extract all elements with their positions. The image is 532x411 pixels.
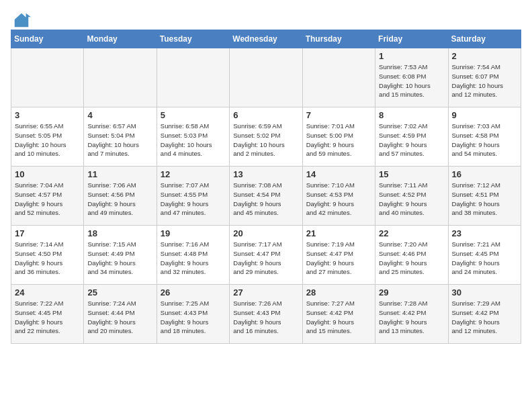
day-info: Sunrise: 7:25 AM Sunset: 4:43 PM Dayligh…: [161, 299, 226, 336]
day-info: Sunrise: 7:15 AM Sunset: 4:49 PM Dayligh…: [87, 240, 152, 277]
day-info: Sunrise: 7:01 AM Sunset: 5:00 PM Dayligh…: [306, 122, 371, 158]
day-number: 15: [379, 169, 444, 179]
calendar-cell: 27Sunrise: 7:26 AM Sunset: 4:43 PM Dayli…: [230, 285, 302, 344]
calendar-cell: [157, 48, 229, 107]
calendar-cell: 28Sunrise: 7:27 AM Sunset: 4:42 PM Dayli…: [302, 285, 375, 344]
day-number: 22: [379, 228, 444, 238]
logo-text: [11, 11, 31, 27]
calendar-cell: 7Sunrise: 7:01 AM Sunset: 5:00 PM Daylig…: [302, 107, 375, 167]
day-number: 8: [379, 110, 444, 120]
day-info: Sunrise: 7:21 AM Sunset: 4:45 PM Dayligh…: [452, 240, 517, 277]
calendar-cell: 19Sunrise: 7:16 AM Sunset: 4:48 PM Dayli…: [157, 226, 229, 285]
day-info: Sunrise: 7:12 AM Sunset: 4:51 PM Dayligh…: [452, 181, 517, 218]
calendar-cell: 23Sunrise: 7:21 AM Sunset: 4:45 PM Dayli…: [448, 226, 521, 285]
day-number: 13: [233, 169, 298, 179]
weekday-header: Tuesday: [157, 30, 229, 48]
day-info: Sunrise: 7:08 AM Sunset: 4:54 PM Dayligh…: [233, 181, 298, 218]
calendar-cell: 13Sunrise: 7:08 AM Sunset: 4:54 PM Dayli…: [230, 167, 302, 226]
calendar-cell: 2Sunrise: 7:54 AM Sunset: 6:07 PM Daylig…: [448, 48, 521, 107]
day-info: Sunrise: 7:19 AM Sunset: 4:47 PM Dayligh…: [306, 240, 371, 277]
day-info: Sunrise: 7:54 AM Sunset: 6:07 PM Dayligh…: [452, 62, 517, 99]
day-info: Sunrise: 6:59 AM Sunset: 5:02 PM Dayligh…: [233, 122, 298, 158]
day-number: 3: [15, 110, 80, 120]
day-number: 2: [452, 51, 517, 61]
calendar-cell: 29Sunrise: 7:28 AM Sunset: 4:42 PM Dayli…: [375, 285, 448, 344]
day-number: 4: [87, 110, 152, 120]
day-number: 26: [161, 287, 226, 298]
calendar-cell: 26Sunrise: 7:25 AM Sunset: 4:43 PM Dayli…: [157, 285, 229, 344]
day-info: Sunrise: 7:10 AM Sunset: 4:53 PM Dayligh…: [306, 181, 371, 218]
calendar-cell: 4Sunrise: 6:57 AM Sunset: 5:04 PM Daylig…: [84, 107, 157, 167]
calendar-cell: 18Sunrise: 7:15 AM Sunset: 4:49 PM Dayli…: [84, 226, 157, 285]
day-number: 6: [233, 110, 298, 120]
calendar-cell: [302, 48, 375, 107]
day-number: 7: [306, 110, 371, 120]
day-info: Sunrise: 7:27 AM Sunset: 4:42 PM Dayligh…: [306, 299, 371, 336]
day-number: 27: [233, 287, 298, 298]
day-info: Sunrise: 7:04 AM Sunset: 4:57 PM Dayligh…: [15, 181, 80, 218]
calendar-cell: [11, 48, 84, 107]
day-number: 12: [161, 169, 226, 179]
day-info: Sunrise: 7:53 AM Sunset: 6:08 PM Dayligh…: [379, 62, 444, 99]
logo-icon: [12, 11, 31, 30]
day-number: 9: [452, 110, 517, 120]
day-info: Sunrise: 7:24 AM Sunset: 4:44 PM Dayligh…: [87, 299, 152, 336]
day-number: 23: [452, 228, 517, 238]
weekday-header: Friday: [375, 30, 448, 48]
day-number: 17: [15, 228, 80, 238]
day-number: 14: [306, 169, 371, 179]
day-number: 5: [161, 110, 226, 120]
calendar-cell: 24Sunrise: 7:22 AM Sunset: 4:45 PM Dayli…: [11, 285, 84, 344]
day-number: 1: [379, 51, 444, 61]
calendar-cell: 16Sunrise: 7:12 AM Sunset: 4:51 PM Dayli…: [448, 167, 521, 226]
day-info: Sunrise: 7:17 AM Sunset: 4:47 PM Dayligh…: [233, 240, 298, 277]
day-info: Sunrise: 7:16 AM Sunset: 4:48 PM Dayligh…: [161, 240, 226, 277]
day-number: 30: [452, 287, 517, 298]
day-info: Sunrise: 7:20 AM Sunset: 4:46 PM Dayligh…: [379, 240, 444, 277]
calendar-cell: 3Sunrise: 6:55 AM Sunset: 5:05 PM Daylig…: [11, 107, 84, 167]
weekday-header: Saturday: [448, 30, 521, 48]
calendar-cell: [230, 48, 302, 107]
day-number: 21: [306, 228, 371, 238]
calendar-cell: 15Sunrise: 7:11 AM Sunset: 4:52 PM Dayli…: [375, 167, 448, 226]
day-info: Sunrise: 7:07 AM Sunset: 4:55 PM Dayligh…: [161, 181, 226, 218]
calendar-cell: 30Sunrise: 7:29 AM Sunset: 4:42 PM Dayli…: [448, 285, 521, 344]
calendar-cell: 12Sunrise: 7:07 AM Sunset: 4:55 PM Dayli…: [157, 167, 229, 226]
calendar-cell: 22Sunrise: 7:20 AM Sunset: 4:46 PM Dayli…: [375, 226, 448, 285]
day-number: 25: [87, 287, 152, 298]
calendar-cell: 20Sunrise: 7:17 AM Sunset: 4:47 PM Dayli…: [230, 226, 302, 285]
calendar-cell: [84, 48, 157, 107]
calendar-table: SundayMondayTuesdayWednesdayThursdayFrid…: [11, 30, 521, 344]
weekday-header: Sunday: [11, 30, 84, 48]
day-info: Sunrise: 7:28 AM Sunset: 4:42 PM Dayligh…: [379, 299, 444, 336]
day-number: 11: [87, 169, 152, 179]
weekday-header: Thursday: [302, 30, 375, 48]
calendar-cell: 21Sunrise: 7:19 AM Sunset: 4:47 PM Dayli…: [302, 226, 375, 285]
day-info: Sunrise: 7:26 AM Sunset: 4:43 PM Dayligh…: [233, 299, 298, 336]
calendar-cell: 1Sunrise: 7:53 AM Sunset: 6:08 PM Daylig…: [375, 48, 448, 107]
day-info: Sunrise: 6:57 AM Sunset: 5:04 PM Dayligh…: [87, 122, 152, 158]
day-number: 19: [161, 228, 226, 238]
calendar-cell: 6Sunrise: 6:59 AM Sunset: 5:02 PM Daylig…: [230, 107, 302, 167]
calendar-cell: 8Sunrise: 7:02 AM Sunset: 4:59 PM Daylig…: [375, 107, 448, 167]
day-number: 16: [452, 169, 517, 179]
day-number: 28: [306, 287, 371, 298]
weekday-header: Monday: [84, 30, 157, 48]
day-info: Sunrise: 6:58 AM Sunset: 5:03 PM Dayligh…: [161, 122, 226, 158]
day-info: Sunrise: 6:55 AM Sunset: 5:05 PM Dayligh…: [15, 122, 80, 158]
page-header: [11, 11, 521, 27]
calendar-cell: 9Sunrise: 7:03 AM Sunset: 4:58 PM Daylig…: [448, 107, 521, 167]
day-number: 20: [233, 228, 298, 238]
day-number: 10: [15, 169, 80, 179]
calendar-cell: 10Sunrise: 7:04 AM Sunset: 4:57 PM Dayli…: [11, 167, 84, 226]
day-info: Sunrise: 7:11 AM Sunset: 4:52 PM Dayligh…: [379, 181, 444, 218]
day-info: Sunrise: 7:29 AM Sunset: 4:42 PM Dayligh…: [452, 299, 517, 336]
calendar-cell: 25Sunrise: 7:24 AM Sunset: 4:44 PM Dayli…: [84, 285, 157, 344]
day-info: Sunrise: 7:06 AM Sunset: 4:56 PM Dayligh…: [87, 181, 152, 218]
day-info: Sunrise: 7:03 AM Sunset: 4:58 PM Dayligh…: [452, 122, 517, 158]
calendar-cell: 17Sunrise: 7:14 AM Sunset: 4:50 PM Dayli…: [11, 226, 84, 285]
day-number: 24: [15, 287, 80, 298]
day-number: 29: [379, 287, 444, 298]
day-info: Sunrise: 7:02 AM Sunset: 4:59 PM Dayligh…: [379, 122, 444, 158]
weekday-header: Wednesday: [230, 30, 302, 48]
